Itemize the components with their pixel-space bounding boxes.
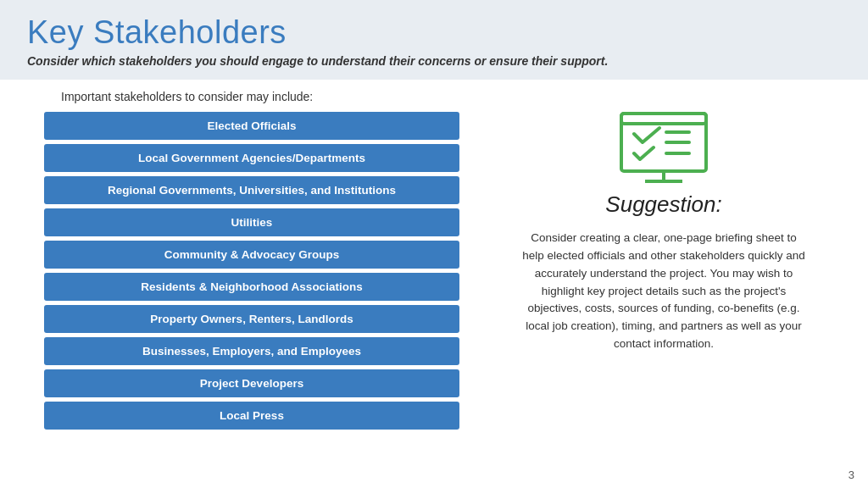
page-number: 3: [849, 469, 854, 481]
intro-text: Important stakeholders to consider may i…: [61, 90, 468, 103]
stakeholder-list: Elected OfficialsLocal Government Agenci…: [44, 112, 459, 430]
stakeholder-item-2: Regional Governments, Universities, and …: [44, 176, 459, 204]
stakeholder-item-0: Elected Officials: [44, 112, 459, 140]
stakeholder-item-3: Utilities: [44, 208, 459, 236]
svg-rect-1: [621, 114, 706, 124]
stakeholder-item-5: Residents & Neighborhood Associations: [44, 273, 459, 301]
stakeholder-item-6: Property Owners, Renters, Landlords: [44, 305, 459, 333]
suggestion-title: Suggestion:: [605, 191, 721, 218]
slide: Key Stakeholders Consider which stakehol…: [0, 0, 868, 488]
right-panel: Suggestion: Consider creating a clear, o…: [468, 90, 851, 478]
stakeholder-item-1: Local Government Agencies/Departments: [44, 144, 459, 172]
stakeholder-item-4: Community & Advocacy Groups: [44, 241, 459, 269]
stakeholder-item-8: Project Developers: [44, 369, 459, 397]
stakeholder-item-9: Local Press: [44, 402, 459, 430]
page-title: Key Stakeholders: [27, 15, 841, 51]
page-subtitle: Consider which stakeholders you should e…: [27, 54, 841, 68]
left-panel: Important stakeholders to consider may i…: [27, 90, 468, 478]
stakeholder-item-7: Businesses, Employers, and Employees: [44, 337, 459, 365]
header: Key Stakeholders Consider which stakehol…: [0, 0, 868, 80]
content-area: Important stakeholders to consider may i…: [0, 80, 868, 488]
suggestion-text: Consider creating a clear, one-page brie…: [520, 230, 808, 353]
board-icon: [613, 107, 715, 183]
